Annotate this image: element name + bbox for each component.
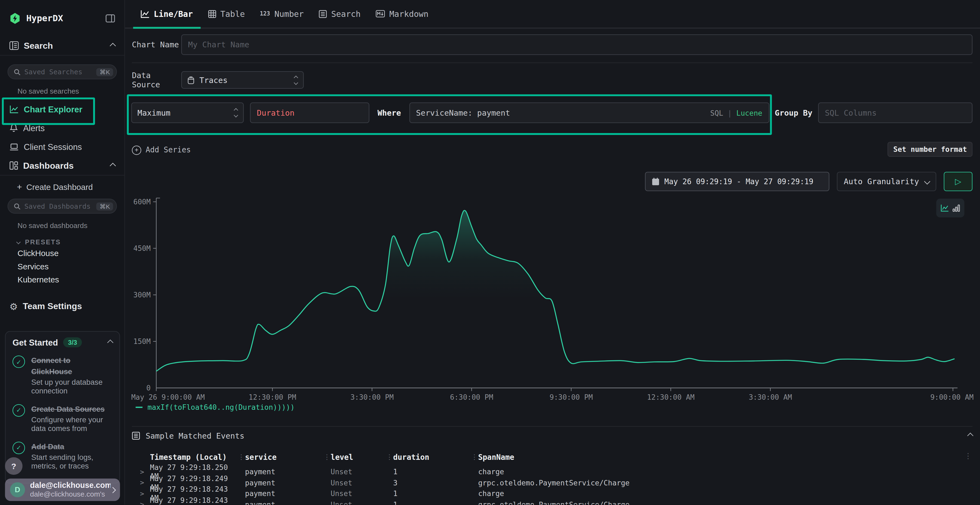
svg-text:3:30:00 PM: 3:30:00 PM xyxy=(350,393,394,401)
sidebar-collapse-icon[interactable] xyxy=(106,14,115,22)
chart-name-label: Chart Name xyxy=(132,40,181,49)
tab-number[interactable]: 123 Number xyxy=(252,0,311,27)
divider xyxy=(0,55,124,56)
column-resize-handle[interactable]: ⋮ xyxy=(386,453,393,461)
lucene-toggle-option[interactable]: Lucene xyxy=(737,108,762,117)
cell-duration: 1 xyxy=(393,489,471,498)
laptop-icon xyxy=(9,143,19,151)
sidebar-item-team-settings[interactable]: ⚙ Team Settings xyxy=(0,297,124,316)
sidebar-item-client-sessions[interactable]: Client Sessions xyxy=(0,137,124,156)
chevron-up-icon[interactable] xyxy=(107,339,113,346)
select-chevrons-icon xyxy=(294,76,297,84)
chart-canvas[interactable]: 0150M300M450M600MMay 26 9:00:00 AM12:30:… xyxy=(125,187,980,407)
cell-level: Unset xyxy=(331,500,386,505)
help-button[interactable]: ? xyxy=(5,457,22,475)
preset-item[interactable]: Kubernetes xyxy=(0,273,124,286)
collapse-panel-icon[interactable] xyxy=(967,433,974,439)
hyperdx-logo-icon xyxy=(9,12,21,24)
bar-chart-type-icon[interactable] xyxy=(953,204,960,212)
row-expand-icon[interactable]: > xyxy=(140,479,150,487)
column-header[interactable]: Timestamp (Local) xyxy=(150,453,237,461)
legend-swatch xyxy=(135,407,142,408)
saved-searches-input[interactable]: Saved Searches ⌘K xyxy=(8,64,117,79)
sql-toggle-option[interactable]: SQL xyxy=(710,108,723,117)
svg-text:300M: 300M xyxy=(134,291,151,299)
chart-type-toggle xyxy=(936,199,964,218)
command-k-shortcut: ⌘K xyxy=(96,202,113,210)
chevron-up-icon xyxy=(110,43,116,49)
user-account-chip[interactable]: D dale@clickhouse.com dale@clickhouse.co… xyxy=(5,479,120,501)
svg-text:9:30:00 PM: 9:30:00 PM xyxy=(550,393,593,401)
search-list-icon xyxy=(319,10,327,18)
sidebar-section-label: Dashboards xyxy=(23,160,111,171)
column-header[interactable]: level xyxy=(331,453,386,461)
chevron-right-icon xyxy=(110,487,116,493)
column-header[interactable]: service xyxy=(245,453,323,461)
group-by-input[interactable] xyxy=(818,103,972,123)
aggregation-select[interactable]: Maximum xyxy=(131,103,243,123)
table-options-icon[interactable]: ⋮ xyxy=(964,452,972,461)
svg-text:0: 0 xyxy=(146,384,151,392)
preset-item[interactable]: Services xyxy=(0,260,124,273)
get-started-item-sources[interactable]: ✓ Create Data SourcesConfigure where you… xyxy=(13,403,113,433)
tab-line-bar[interactable]: Line/Bar xyxy=(133,0,200,27)
chart-name-row: Chart Name xyxy=(132,34,972,55)
svg-text:3:30:00 AM: 3:30:00 AM xyxy=(749,393,792,401)
row-expand-icon[interactable]: > xyxy=(140,500,150,505)
create-dashboard-button[interactable]: + Create Dashboard xyxy=(0,179,124,195)
get-started-item-add-data[interactable]: ✓ Add DataStart sending logs, metrics, o… xyxy=(13,440,113,471)
presets-list: ClickHouseServicesKubernetes xyxy=(0,247,124,286)
cell-spanname: grpc.oteldemo.PaymentService/Charge xyxy=(478,500,959,505)
row-expand-icon[interactable]: > xyxy=(140,489,150,498)
plus-icon: + xyxy=(17,182,22,192)
svg-text:6:30:00 PM: 6:30:00 PM xyxy=(450,393,493,401)
view-tabbar: Line/Bar Table 123 Number Search Markdow… xyxy=(125,0,980,29)
sidebar: HyperDX Search Saved Searches ⌘K No save… xyxy=(0,0,125,505)
app-window: HyperDX Search Saved Searches ⌘K No save… xyxy=(0,0,980,505)
column-header[interactable]: duration xyxy=(393,453,471,461)
tab-table[interactable]: Table xyxy=(200,0,252,27)
list-icon xyxy=(132,432,140,440)
presets-toggle[interactable]: PRESETS xyxy=(17,237,124,247)
sidebar-section-search[interactable]: Search xyxy=(0,36,124,55)
column-resize-handle[interactable]: ⋮ xyxy=(237,453,245,461)
get-started-item-connect[interactable]: ✓ Connect to ClickHouseSet up your datab… xyxy=(13,354,113,396)
line-chart-icon xyxy=(141,10,150,18)
tab-search[interactable]: Search xyxy=(311,0,368,27)
saved-dashboards-placeholder: Saved Dashboards xyxy=(24,202,97,210)
logo-row: HyperDX xyxy=(0,0,124,36)
query-language-toggle: SQL | Lucene xyxy=(710,103,762,123)
sidebar-item-chart-explorer[interactable]: Chart Explorer xyxy=(0,100,124,119)
gear-icon: ⚙ xyxy=(9,302,18,311)
set-number-format-button[interactable]: Set number format xyxy=(888,142,973,157)
data-source-select[interactable]: Traces xyxy=(181,71,304,89)
chart-name-input[interactable] xyxy=(181,34,973,55)
chevron-down-icon xyxy=(16,240,21,244)
svg-text:600M: 600M xyxy=(134,197,151,206)
column-header[interactable]: SpanName xyxy=(478,453,959,461)
series-field-input[interactable] xyxy=(250,103,369,123)
line-chart-type-icon[interactable] xyxy=(940,204,949,212)
chart-legend[interactable]: maxIf(toFloat640..ng(Duration))))) xyxy=(135,403,294,412)
app-title: HyperDX xyxy=(26,13,106,23)
cell-duration: 3 xyxy=(393,478,471,487)
markdown-icon xyxy=(375,10,385,18)
row-expand-icon[interactable]: > xyxy=(140,467,150,476)
svg-text:450M: 450M xyxy=(134,244,151,252)
tab-markdown[interactable]: Markdown xyxy=(368,0,436,27)
svg-text:12:30:00 AM: 12:30:00 AM xyxy=(647,393,695,401)
events-table-header: Timestamp (Local) ⋮ service ⋮ level ⋮ du… xyxy=(140,452,959,462)
user-email: dale@clickhouse.com xyxy=(30,481,111,490)
preset-item[interactable]: ClickHouse xyxy=(0,247,124,260)
sidebar-section-dashboards[interactable]: Dashboards xyxy=(0,156,124,175)
cell-spanname: charge xyxy=(478,467,959,476)
sidebar-item-alerts[interactable]: Alerts xyxy=(0,119,124,137)
column-resize-handle[interactable]: ⋮ xyxy=(471,453,478,461)
data-source-row: Data Source Traces xyxy=(132,71,304,89)
cell-service: payment xyxy=(245,467,323,476)
sample-events-header: Sample Matched Events xyxy=(132,431,972,440)
table-row[interactable]: > May 27 9:29:18.250 AM payment Unset 1 … xyxy=(140,463,959,474)
saved-dashboards-input[interactable]: Saved Dashboards ⌘K xyxy=(8,199,117,214)
column-resize-handle[interactable]: ⋮ xyxy=(323,453,331,461)
add-series-button[interactable]: + Add Series xyxy=(132,144,191,156)
